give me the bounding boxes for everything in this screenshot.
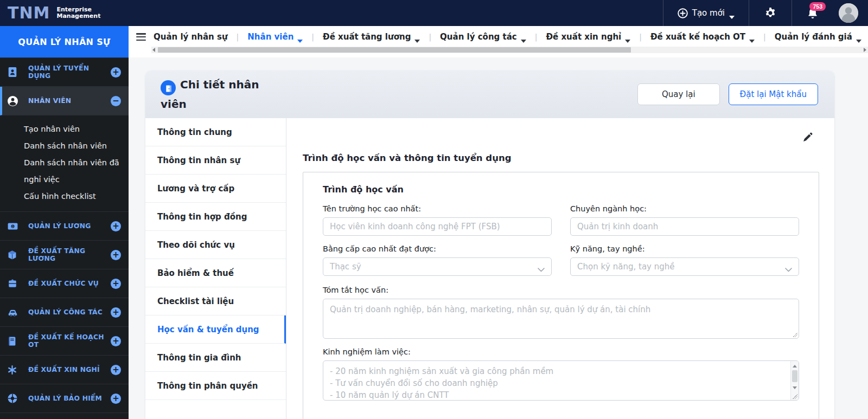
user-avatar[interactable] — [839, 3, 858, 23]
scroll-left-icon[interactable] — [150, 47, 157, 53]
sidebar-item-quan-ly-tuyen-dung[interactable]: QUẢN LÝ TUYỂN DỤNG + — [0, 58, 129, 87]
brand[interactable]: TNM Enterprise Management — [0, 5, 100, 21]
logo-subtitle: Enterprise Management — [56, 7, 100, 20]
sidebar-item-quan-ly-cong-tac[interactable]: QUẢN LÝ CÔNG TÁC + — [0, 298, 129, 327]
cash-icon: 0 — [8, 221, 18, 231]
horizontal-scrollbar[interactable] — [151, 47, 868, 53]
tab-thong-tin-chung[interactable]: Thông tin chung — [145, 118, 286, 146]
chevron-down-icon — [785, 264, 792, 274]
scroll-right-icon[interactable] — [861, 47, 868, 53]
module-title: QUẢN LÝ NHÂN SỰ — [0, 26, 129, 57]
caret-down-icon — [625, 35, 630, 38]
sidebar-item-quan-ly-bao-hiem[interactable]: QUẢN LÝ BẢO HIỂM + — [0, 384, 129, 413]
detail-tabs: Thông tin chung Thông tin nhân sự Lương … — [145, 118, 286, 419]
collapse-icon[interactable]: − — [111, 96, 121, 106]
nav-separator: | — [763, 33, 766, 41]
sidebar-submenu-nhan-vien: Tạo nhân viên Danh sách nhân viên Danh s… — [0, 115, 129, 212]
sidebar-subitem-cau-hinh-checklist[interactable]: Cấu hình checklist — [24, 188, 120, 205]
reset-password-button[interactable]: Đặt lại Mật khẩu — [729, 83, 818, 105]
resize-grip-icon[interactable] — [792, 394, 797, 399]
nav-separator: | — [311, 33, 314, 41]
education-form-panel: Trình độ học vấn và thông tin tuyển dụng… — [286, 118, 834, 419]
briefcase-icon — [8, 278, 18, 289]
experience-textarea[interactable] — [323, 360, 799, 401]
scrollbar-thumb[interactable] — [158, 47, 631, 53]
expand-icon[interactable]: + — [111, 250, 121, 260]
sidebar-item-de-xuat-tang-luong[interactable]: ĐỀ XUẤT TĂNG LƯƠNG + — [0, 241, 129, 269]
topnav-item-nhan-vien[interactable]: Nhân viên — [245, 32, 305, 42]
summary-label: Tóm tắt học vấn: — [323, 286, 799, 294]
tab-hoc-van-tuyen-dung[interactable]: Học vấn & tuyển dụng — [145, 315, 286, 344]
degree-select[interactable]: Thạc sỹ — [323, 257, 552, 276]
topnav-item-de-xuat-tang-luong[interactable]: Đề xuất tăng lương — [321, 32, 422, 42]
sidebar-item-de-xuat-chuc-vu[interactable]: ĐỀ XUẤT CHỨC VỤ + — [0, 269, 129, 298]
edit-icon[interactable] — [803, 132, 813, 144]
sidebar-subitem-danh-sach-nhan-vien[interactable]: Danh sách nhân viên — [24, 138, 120, 154]
card-header: Chi tiết nhân viên Quay lại Đặt lại Mật … — [145, 70, 834, 118]
education-fieldset: Trình độ học vấn Tên trường học cao nhất… — [303, 172, 819, 419]
group-title: Trình độ học vấn — [323, 184, 799, 195]
topnav-item-quan-ly-danh-gia[interactable]: Quản lý đánh giá — [773, 32, 864, 42]
notifications-button[interactable]: 753 — [792, 0, 833, 26]
sidebar-subitem-tao-nhan-vien[interactable]: Tạo nhân viên — [24, 121, 120, 138]
nav-separator: | — [237, 33, 239, 41]
tab-bao-hiem-thue[interactable]: Bảo hiểm & thuế — [145, 259, 286, 287]
create-new-button[interactable]: Tạo mới — [663, 0, 749, 26]
employee-detail-icon — [161, 80, 176, 95]
scroll-up-icon[interactable] — [791, 362, 799, 370]
notification-count-badge: 753 — [809, 2, 826, 11]
tab-theo-doi-chuc-vu[interactable]: Theo dõi chức vụ — [145, 231, 286, 259]
tab-luong-va-tro-cap[interactable]: Lương và trợ cấp — [145, 175, 286, 203]
resize-grip-icon[interactable] — [792, 332, 797, 337]
expand-icon[interactable]: + — [111, 221, 121, 231]
sidebar-item-de-xuat-xin-nghi[interactable]: ĐỀ XUẤT XIN NGHỈ + — [0, 356, 129, 384]
topnav-item-de-xuat-ke-hoach-ot[interactable]: Đề xuất kế hoạch OT — [648, 32, 757, 42]
topnav-item-de-xuat-xin-nghi[interactable]: Đề xuất xin nghỉ — [544, 32, 633, 42]
chevron-down-icon — [538, 264, 545, 274]
nav-separator: | — [639, 33, 642, 41]
caret-down-icon — [749, 35, 755, 38]
back-button[interactable]: Quay lại — [637, 83, 720, 105]
experience-label: Kinh nghiệm làm việc: — [323, 347, 799, 356]
caret-down-icon — [729, 11, 735, 15]
expand-icon[interactable]: + — [111, 279, 121, 289]
summary-textarea[interactable] — [323, 299, 799, 339]
sidebar-item-quan-ly-luong[interactable]: 0 QUẢN LÝ LƯƠNG + — [0, 212, 129, 241]
sidebar-item-nhan-vien[interactable]: NHÂN VIÊN − — [0, 87, 129, 115]
skills-label: Kỹ năng, tay nghề: — [570, 244, 799, 253]
svg-text:0: 0 — [12, 224, 14, 228]
tab-thong-tin-nhan-su[interactable]: Thông tin nhân sự — [145, 146, 286, 175]
degree-label: Bằng cấp cao nhất đạt được: — [323, 244, 552, 253]
expand-icon[interactable]: + — [111, 336, 121, 346]
settings-button[interactable] — [749, 0, 792, 26]
expand-icon[interactable]: + — [111, 365, 121, 375]
menu-toggle-icon[interactable] — [136, 33, 146, 41]
school-label: Tên trường học cao nhất: — [323, 204, 552, 213]
nav-separator: | — [429, 33, 431, 41]
sub-header: QUẢN LÝ NHÂN SỰ Quản lý nhân sự | Nhân v… — [0, 26, 868, 57]
expand-icon[interactable]: + — [111, 307, 121, 318]
caret-down-icon — [414, 35, 420, 38]
scroll-down-icon[interactable] — [791, 384, 799, 391]
expand-icon[interactable]: + — [111, 394, 121, 404]
scrollbar-thumb[interactable] — [792, 370, 797, 382]
school-input[interactable] — [323, 217, 552, 236]
tab-thong-tin-phan-quyen[interactable]: Thông tin phân quyền — [145, 372, 286, 400]
sidebar-item-de-xuat-ke-hoach-ot[interactable]: ĐỀ XUẤT KẾ HOẠCH OT + — [0, 327, 129, 356]
tab-checklist-tai-lieu[interactable]: Checklist tài liệu — [145, 287, 286, 315]
sidebar-subitem-danh-sach-nhan-vien-da-nghi-viec[interactable]: Danh sách nhân viên đã nghỉ việc — [24, 154, 120, 188]
tab-thong-tin-hop-dong[interactable]: Thông tin hợp đồng — [145, 203, 286, 231]
topnav-item-quan-ly-nhan-su[interactable]: Quản lý nhân sự — [151, 32, 230, 42]
tab-thong-tin-gia-dinh[interactable]: Thông tin gia đình — [145, 344, 286, 372]
journal-icon — [8, 336, 18, 346]
tnm-logo[interactable]: TNM — [8, 5, 50, 21]
top-header-bar: TNM Enterprise Management Tạo mới — [0, 0, 868, 26]
expand-icon[interactable]: + — [111, 67, 121, 78]
caret-down-icon — [297, 35, 303, 38]
topnav-item-quan-ly-cong-tac[interactable]: Quản lý công tác — [438, 32, 528, 42]
major-input[interactable] — [570, 217, 799, 236]
car-icon — [8, 307, 18, 318]
skills-select[interactable]: Chọn kỹ năng, tay nghề — [570, 257, 799, 276]
person-circle-icon — [8, 95, 18, 106]
employee-detail-card: Chi tiết nhân viên Quay lại Đặt lại Mật … — [145, 70, 834, 419]
